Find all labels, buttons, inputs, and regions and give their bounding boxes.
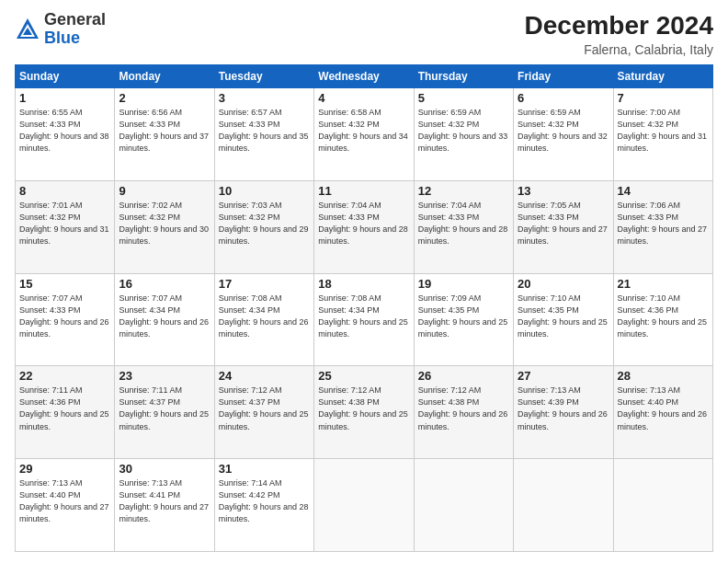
day-info: Sunrise: 7:02 AMSunset: 4:32 PMDaylight:…	[119, 201, 209, 246]
day-number: 26	[418, 369, 509, 383]
calendar-cell: 4Sunrise: 6:58 AMSunset: 4:32 PMDaylight…	[314, 88, 414, 181]
calendar-cell: 21Sunrise: 7:10 AMSunset: 4:36 PMDayligh…	[613, 273, 712, 366]
calendar-cell: 30Sunrise: 7:13 AMSunset: 4:41 PMDayligh…	[115, 459, 214, 552]
day-number: 10	[219, 184, 310, 198]
day-number: 11	[318, 184, 409, 198]
calendar-cell: 5Sunrise: 6:59 AMSunset: 4:32 PMDaylight…	[414, 88, 513, 181]
calendar-table: SundayMondayTuesdayWednesdayThursdayFrid…	[15, 64, 713, 552]
day-number: 3	[219, 91, 310, 105]
week-row: 8Sunrise: 7:01 AMSunset: 4:32 PMDaylight…	[16, 180, 713, 273]
day-info: Sunrise: 6:55 AMSunset: 4:33 PMDaylight:…	[19, 108, 109, 153]
day-info: Sunrise: 7:13 AMSunset: 4:39 PMDaylight:…	[518, 385, 608, 431]
day-info: Sunrise: 7:12 AMSunset: 4:37 PMDaylight:…	[219, 385, 309, 431]
calendar-cell: 25Sunrise: 7:12 AMSunset: 4:38 PMDayligh…	[314, 366, 414, 459]
day-info: Sunrise: 7:10 AMSunset: 4:36 PMDaylight:…	[618, 293, 708, 339]
week-row: 15Sunrise: 7:07 AMSunset: 4:33 PMDayligh…	[16, 273, 713, 366]
header: General Blue December 2024 Falerna, Cala…	[15, 11, 713, 57]
day-number: 20	[518, 277, 609, 291]
title-block: December 2024 Falerna, Calabria, Italy	[525, 11, 713, 57]
calendar-cell: 26Sunrise: 7:12 AMSunset: 4:38 PMDayligh…	[414, 366, 513, 459]
week-row: 1Sunrise: 6:55 AMSunset: 4:33 PMDaylight…	[16, 88, 713, 181]
day-number: 4	[318, 91, 409, 105]
calendar-cell: 15Sunrise: 7:07 AMSunset: 4:33 PMDayligh…	[16, 273, 115, 366]
calendar-cell: 7Sunrise: 7:00 AMSunset: 4:32 PMDaylight…	[613, 88, 712, 181]
calendar-cell: 19Sunrise: 7:09 AMSunset: 4:35 PMDayligh…	[414, 273, 513, 366]
day-number: 27	[518, 369, 609, 383]
calendar-cell	[514, 459, 613, 552]
day-info: Sunrise: 7:13 AMSunset: 4:40 PMDaylight:…	[19, 478, 109, 523]
day-info: Sunrise: 7:04 AMSunset: 4:33 PMDaylight:…	[318, 201, 408, 246]
calendar-cell: 24Sunrise: 7:12 AMSunset: 4:37 PMDayligh…	[214, 366, 313, 459]
day-number: 30	[119, 462, 210, 476]
location: Falerna, Calabria, Italy	[525, 42, 713, 57]
weekday-header: Friday	[514, 65, 613, 88]
weekday-header: Monday	[115, 65, 214, 88]
week-row: 22Sunrise: 7:11 AMSunset: 4:36 PMDayligh…	[16, 366, 713, 459]
day-info: Sunrise: 7:01 AMSunset: 4:32 PMDaylight:…	[19, 201, 109, 246]
calendar-cell: 17Sunrise: 7:08 AMSunset: 4:34 PMDayligh…	[214, 273, 313, 366]
day-info: Sunrise: 7:11 AMSunset: 4:37 PMDaylight:…	[119, 385, 209, 431]
calendar-cell	[613, 459, 712, 552]
day-info: Sunrise: 7:00 AMSunset: 4:32 PMDaylight:…	[618, 108, 708, 153]
week-row: 29Sunrise: 7:13 AMSunset: 4:40 PMDayligh…	[16, 459, 713, 552]
calendar-cell	[314, 459, 414, 552]
calendar-cell: 10Sunrise: 7:03 AMSunset: 4:32 PMDayligh…	[214, 180, 313, 273]
day-number: 18	[318, 277, 409, 291]
calendar-cell: 6Sunrise: 6:59 AMSunset: 4:32 PMDaylight…	[514, 88, 613, 181]
weekday-header: Wednesday	[314, 65, 414, 88]
day-number: 15	[19, 277, 110, 291]
day-number: 12	[418, 184, 509, 198]
calendar-cell: 11Sunrise: 7:04 AMSunset: 4:33 PMDayligh…	[314, 180, 414, 273]
calendar-cell: 29Sunrise: 7:13 AMSunset: 4:40 PMDayligh…	[16, 459, 115, 552]
calendar-cell: 23Sunrise: 7:11 AMSunset: 4:37 PMDayligh…	[115, 366, 214, 459]
day-number: 6	[518, 91, 609, 105]
logo-icon	[15, 17, 40, 42]
page: General Blue December 2024 Falerna, Cala…	[0, 0, 728, 563]
calendar-cell: 22Sunrise: 7:11 AMSunset: 4:36 PMDayligh…	[16, 366, 115, 459]
weekday-header: Saturday	[613, 65, 712, 88]
day-number: 25	[318, 369, 409, 383]
calendar-cell: 28Sunrise: 7:13 AMSunset: 4:40 PMDayligh…	[613, 366, 712, 459]
weekday-header-row: SundayMondayTuesdayWednesdayThursdayFrid…	[16, 65, 713, 88]
calendar-cell: 3Sunrise: 6:57 AMSunset: 4:33 PMDaylight…	[214, 88, 313, 181]
calendar-cell: 27Sunrise: 7:13 AMSunset: 4:39 PMDayligh…	[514, 366, 613, 459]
day-number: 21	[618, 277, 709, 291]
day-number: 31	[219, 462, 310, 476]
calendar-cell: 18Sunrise: 7:08 AMSunset: 4:34 PMDayligh…	[314, 273, 414, 366]
day-info: Sunrise: 7:12 AMSunset: 4:38 PMDaylight:…	[418, 385, 508, 431]
logo: General Blue	[15, 11, 106, 48]
calendar-cell: 16Sunrise: 7:07 AMSunset: 4:34 PMDayligh…	[115, 273, 214, 366]
day-info: Sunrise: 7:06 AMSunset: 4:33 PMDaylight:…	[618, 201, 708, 246]
day-info: Sunrise: 7:13 AMSunset: 4:41 PMDaylight:…	[119, 478, 209, 523]
day-info: Sunrise: 6:59 AMSunset: 4:32 PMDaylight:…	[518, 108, 608, 153]
calendar-cell: 31Sunrise: 7:14 AMSunset: 4:42 PMDayligh…	[214, 459, 313, 552]
day-number: 13	[518, 184, 609, 198]
calendar-cell: 9Sunrise: 7:02 AMSunset: 4:32 PMDaylight…	[115, 180, 214, 273]
calendar-cell: 14Sunrise: 7:06 AMSunset: 4:33 PMDayligh…	[613, 180, 712, 273]
month-title: December 2024	[525, 11, 713, 40]
calendar-cell: 1Sunrise: 6:55 AMSunset: 4:33 PMDaylight…	[16, 88, 115, 181]
day-info: Sunrise: 7:10 AMSunset: 4:35 PMDaylight:…	[518, 293, 608, 339]
day-number: 29	[19, 462, 110, 476]
day-number: 17	[219, 277, 310, 291]
day-info: Sunrise: 7:07 AMSunset: 4:34 PMDaylight:…	[119, 293, 209, 339]
day-info: Sunrise: 6:57 AMSunset: 4:33 PMDaylight:…	[219, 108, 309, 153]
day-info: Sunrise: 6:59 AMSunset: 4:32 PMDaylight:…	[418, 108, 508, 153]
day-number: 19	[418, 277, 509, 291]
calendar-cell: 12Sunrise: 7:04 AMSunset: 4:33 PMDayligh…	[414, 180, 513, 273]
day-number: 22	[19, 369, 110, 383]
calendar-cell: 8Sunrise: 7:01 AMSunset: 4:32 PMDaylight…	[16, 180, 115, 273]
weekday-header: Sunday	[16, 65, 115, 88]
weekday-header: Thursday	[414, 65, 513, 88]
day-info: Sunrise: 7:14 AMSunset: 4:42 PMDaylight:…	[219, 478, 309, 523]
calendar-cell: 2Sunrise: 6:56 AMSunset: 4:33 PMDaylight…	[115, 88, 214, 181]
calendar-cell	[414, 459, 513, 552]
day-number: 7	[618, 91, 709, 105]
day-number: 2	[119, 91, 210, 105]
day-number: 9	[119, 184, 210, 198]
day-number: 23	[119, 369, 210, 383]
day-number: 24	[219, 369, 310, 383]
day-number: 1	[19, 91, 110, 105]
day-number: 8	[19, 184, 110, 198]
day-number: 5	[418, 91, 509, 105]
